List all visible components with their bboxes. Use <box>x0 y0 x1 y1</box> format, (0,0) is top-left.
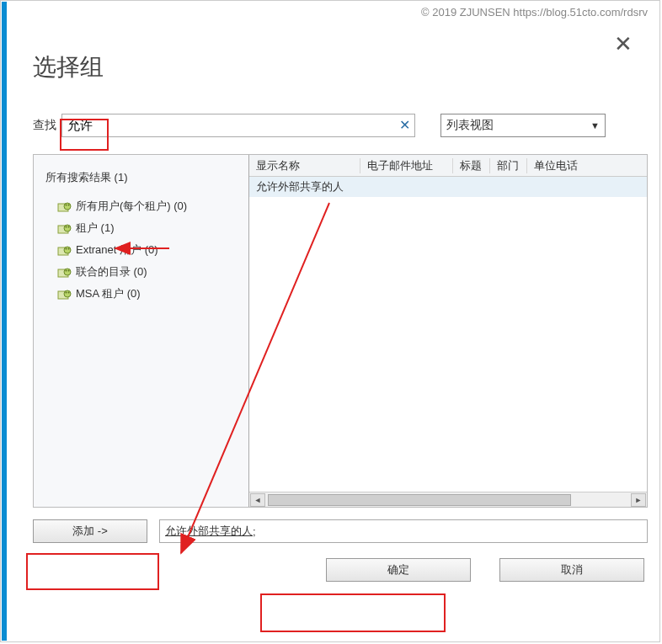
scroll-left-icon[interactable]: ◄ <box>250 493 265 507</box>
results-grid: 显示名称 电子邮件地址 标题 部门 单位电话 允许外部共享的人 ◄ ► <box>249 155 647 507</box>
tree-item-extranet[interactable]: Extranet 用户 (0) <box>45 239 237 261</box>
col-title[interactable]: 标题 <box>453 158 490 173</box>
search-input[interactable] <box>61 114 415 137</box>
tree-item-label: 所有用户(每个租户) (0) <box>76 199 187 214</box>
group-icon <box>57 287 72 301</box>
chevron-down-icon: ▼ <box>590 120 600 130</box>
tree-item-msa[interactable]: MSA 租户 (0) <box>45 283 237 305</box>
grid-row[interactable]: 允许外部共享的人 <box>249 177 647 197</box>
svg-point-6 <box>66 226 67 228</box>
svg-point-3 <box>68 205 70 206</box>
col-display-name[interactable]: 显示名称 <box>249 158 360 173</box>
cell-display-name: 允许外部共享的人 <box>256 179 344 194</box>
tree-item-tenant[interactable]: 租户 (1) <box>45 217 237 239</box>
group-icon <box>57 265 72 279</box>
svg-point-19 <box>68 292 70 294</box>
selected-member-chip: 允许外部共享的人 <box>165 524 253 539</box>
svg-point-2 <box>66 205 67 206</box>
svg-point-9 <box>64 247 71 253</box>
annotation-box <box>260 593 446 632</box>
svg-point-1 <box>64 203 71 210</box>
col-dept[interactable]: 部门 <box>490 158 527 173</box>
grid-header: 显示名称 电子邮件地址 标题 部门 单位电话 <box>249 155 647 177</box>
svg-point-14 <box>66 270 67 272</box>
dialog-title: 选择组 <box>33 51 648 83</box>
search-box: ✕ <box>61 114 415 137</box>
grid-body: 允许外部共享的人 <box>249 177 647 492</box>
col-email[interactable]: 电子邮件地址 <box>360 158 453 173</box>
horizontal-scrollbar[interactable]: ◄ ► <box>249 492 647 507</box>
dialog-frame: © 2019 ZJUNSEN https://blog.51cto.com/rd… <box>0 0 660 642</box>
tree-item-all-users[interactable]: 所有用户(每个租户) (0) <box>45 195 237 217</box>
svg-point-11 <box>68 248 70 250</box>
scroll-thumb[interactable] <box>268 494 571 506</box>
tree-item-label: 租户 (1) <box>76 221 115 236</box>
cancel-button[interactable]: 取消 <box>499 558 644 582</box>
picker-main-area: 所有搜索结果 (1) 所有用户(每个租户) (0) 租户 (1) <box>33 154 648 508</box>
search-label: 查找 <box>33 118 56 133</box>
svg-point-13 <box>64 269 71 275</box>
dialog-button-row: 确定 取消 <box>33 558 648 582</box>
ok-button[interactable]: 确定 <box>326 558 471 582</box>
svg-point-15 <box>68 270 70 272</box>
tree-item-label: MSA 租户 (0) <box>76 286 141 301</box>
group-icon <box>57 221 72 235</box>
view-mode-label: 列表视图 <box>446 118 494 133</box>
select-group-dialog: 选择组 查找 ✕ 列表视图 ▼ 所有搜索结果 (1) 所有用户(每个租户) (0… <box>33 51 648 582</box>
source-tree-panel: 所有搜索结果 (1) 所有用户(每个租户) (0) 租户 (1) <box>34 155 249 507</box>
svg-point-7 <box>68 226 70 228</box>
col-phone[interactable]: 单位电话 <box>527 158 647 173</box>
selected-member-sep: ; <box>253 525 256 538</box>
accent-bar <box>2 2 7 641</box>
add-row: 添加 -> 允许外部共享的人; <box>33 519 648 543</box>
svg-point-10 <box>66 248 67 250</box>
svg-point-5 <box>64 225 71 232</box>
tree-item-label: 联合的目录 (0) <box>76 264 147 279</box>
add-button[interactable]: 添加 -> <box>33 519 147 543</box>
view-mode-select[interactable]: 列表视图 ▼ <box>440 114 606 137</box>
tree-title: 所有搜索结果 (1) <box>45 170 237 185</box>
svg-point-17 <box>64 290 71 297</box>
tree-item-federated[interactable]: 联合的目录 (0) <box>45 261 237 283</box>
scroll-right-icon[interactable]: ► <box>631 493 646 507</box>
tree-item-label: Extranet 用户 (0) <box>76 242 158 258</box>
search-row: 查找 ✕ 列表视图 ▼ <box>33 114 648 137</box>
selected-members-field[interactable]: 允许外部共享的人; <box>159 519 648 543</box>
watermark-text: © 2019 ZJUNSEN https://blog.51cto.com/rd… <box>421 6 648 19</box>
svg-point-18 <box>66 292 67 294</box>
group-icon <box>57 243 72 257</box>
clear-search-icon[interactable]: ✕ <box>399 117 410 133</box>
group-icon <box>57 200 72 213</box>
